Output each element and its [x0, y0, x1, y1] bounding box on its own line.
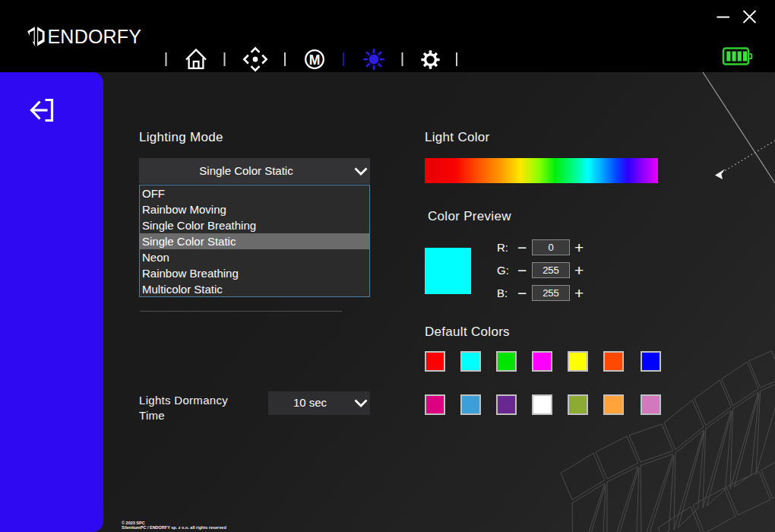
- svg-text:ENDORFY: ENDORFY: [48, 26, 142, 47]
- svg-text:M: M: [309, 52, 321, 68]
